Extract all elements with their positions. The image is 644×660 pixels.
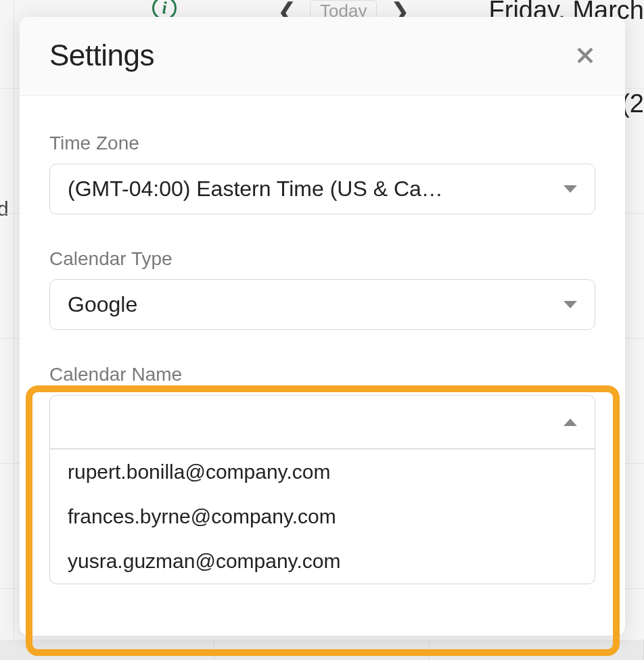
calendar-name-option[interactable]: frances.byrne@company.com — [50, 494, 595, 539]
calendar-type-value: Google — [68, 292, 137, 317]
chevron-down-icon — [564, 185, 577, 193]
calendar-name-select[interactable] — [49, 395, 595, 449]
chevron-up-icon — [564, 419, 577, 426]
calendar-name-options: rupert.bonilla@company.com frances.byrne… — [49, 449, 595, 584]
calendar-name-option[interactable]: rupert.bonilla@company.com — [50, 450, 595, 494]
modal-title: Settings — [49, 39, 154, 72]
close-icon[interactable] — [575, 45, 595, 66]
field-timezone: Time Zone (GMT-04:00) Eastern Time (US &… — [49, 133, 595, 214]
modal-body: Time Zone (GMT-04:00) Eastern Time (US &… — [20, 96, 625, 584]
calendar-type-label: Calendar Type — [49, 248, 595, 270]
calendar-name-dropdown: rupert.bonilla@company.com frances.byrne… — [49, 395, 595, 584]
bg-bottom-bar — [0, 640, 644, 660]
calendar-type-select[interactable]: Google — [49, 279, 595, 330]
timezone-select[interactable]: (GMT-04:00) Eastern Time (US & Ca… — [49, 164, 595, 214]
timezone-label: Time Zone — [49, 133, 595, 154]
calendar-name-option[interactable]: yusra.guzman@company.com — [50, 539, 595, 584]
field-calendar-type: Calendar Type Google — [49, 248, 595, 330]
timezone-value: (GMT-04:00) Eastern Time (US & Ca… — [68, 176, 443, 202]
settings-modal: Settings Time Zone (GMT-04:00) Eastern T… — [20, 17, 625, 636]
calendar-name-label: Calendar Name — [49, 364, 595, 385]
chevron-down-icon — [564, 301, 577, 308]
field-calendar-name: Calendar Name rupert.bonilla@company.com… — [49, 364, 595, 584]
modal-header: Settings — [20, 17, 625, 96]
